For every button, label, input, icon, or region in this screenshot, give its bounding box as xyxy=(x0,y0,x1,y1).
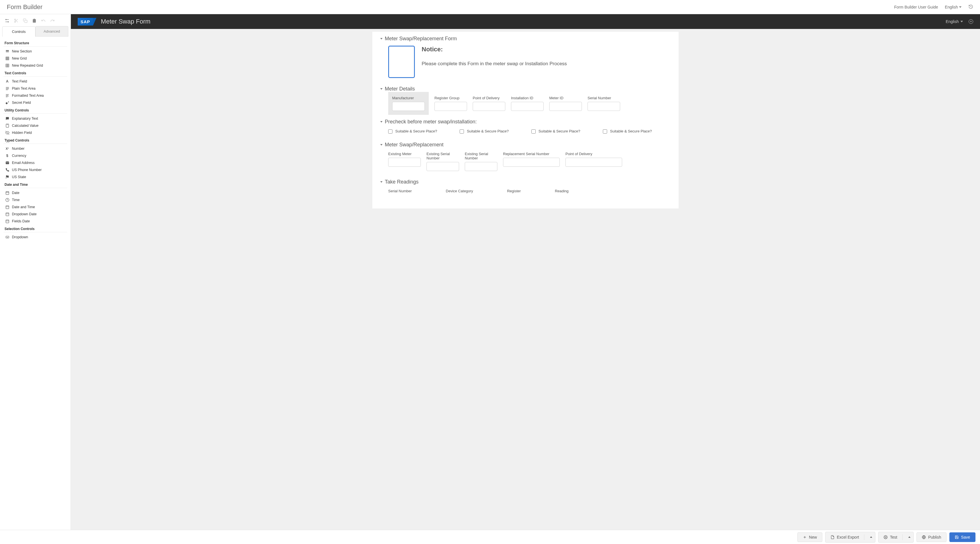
comment-icon xyxy=(5,116,10,121)
fields-row: Existing Meter Existing Serial Number Ex… xyxy=(380,152,671,171)
suitable-secure-checkbox[interactable] xyxy=(388,129,393,134)
field-label: Meter ID xyxy=(549,96,582,100)
sidebar-tabs: Controls Advanced xyxy=(2,26,68,37)
dropdown-icon xyxy=(5,235,10,239)
collapse-caret-icon[interactable] xyxy=(380,144,383,145)
ctrl-dropdown-date[interactable]: Dropdown Date xyxy=(3,210,67,218)
section-header[interactable]: Meter Details xyxy=(380,86,671,92)
formatted-text-icon xyxy=(5,93,10,97)
field-existing-meter[interactable]: Existing Meter xyxy=(388,152,421,171)
collapse-caret-icon[interactable] xyxy=(380,181,383,183)
field-meter-id[interactable]: Meter ID xyxy=(549,96,582,111)
ctrl-state[interactable]: US State xyxy=(3,173,67,180)
calculator-icon xyxy=(5,123,10,128)
section-meter-details: Meter Details Manufacturer Register Grou… xyxy=(380,82,671,115)
cut-icon[interactable] xyxy=(14,18,19,23)
settings-icon[interactable] xyxy=(5,18,10,23)
ctrl-new-section[interactable]: New Section xyxy=(3,48,67,55)
ctrl-phone[interactable]: US Phone Number xyxy=(3,166,67,173)
ctrl-hidden-field[interactable]: Hidden Field xyxy=(3,129,67,136)
ctrl-secret-field[interactable]: Secret Field xyxy=(3,99,67,106)
suitable-secure-checkbox[interactable] xyxy=(603,129,607,134)
installation-id-input[interactable] xyxy=(511,102,544,111)
ctrl-date-time[interactable]: Date and Time xyxy=(3,204,67,210)
notice-heading: Notice: xyxy=(422,46,567,53)
language-label: English xyxy=(945,5,958,10)
field-reading[interactable]: Reading xyxy=(555,189,568,193)
field-register-group[interactable]: Register Group xyxy=(434,96,467,111)
field-label: Point of Delivery xyxy=(565,152,622,156)
ctrl-explanatory-text[interactable]: Explanatory Text xyxy=(3,115,67,122)
existing-serial-input-2[interactable] xyxy=(465,162,497,171)
field-manufacturer[interactable]: Manufacturer xyxy=(388,92,429,115)
field-replacement-serial[interactable]: Replacement Serial Number xyxy=(503,152,560,171)
ctrl-label: Explanatory Text xyxy=(12,116,38,121)
existing-meter-input[interactable] xyxy=(388,158,421,167)
app-header: Form Builder Form Builder User Guide Eng… xyxy=(0,0,980,14)
field-label: Serial Number xyxy=(587,96,620,100)
manufacturer-input[interactable] xyxy=(392,102,425,111)
field-point-of-delivery-2[interactable]: Point of Delivery xyxy=(565,152,622,171)
notice-image-placeholder[interactable] xyxy=(388,46,415,78)
section-header[interactable]: Meter Swap/Replacement Form xyxy=(380,36,671,42)
field-serial-number-2[interactable]: Serial Number xyxy=(388,189,412,193)
field-serial-number[interactable]: Serial Number xyxy=(587,96,620,111)
history-icon[interactable] xyxy=(968,4,973,10)
ctrl-time[interactable]: Time xyxy=(3,196,67,204)
user-guide-link[interactable]: Form Builder User Guide xyxy=(894,5,938,10)
redo-icon[interactable] xyxy=(50,18,55,23)
section-header[interactable]: Precheck before meter swap/installation: xyxy=(380,119,671,125)
collapse-caret-icon[interactable] xyxy=(380,88,383,90)
ctrl-text-field[interactable]: AText Field xyxy=(3,78,67,85)
ctrl-plain-text-area[interactable]: Plain Text Area xyxy=(3,85,67,92)
check-label: Suitable & Secure Place? xyxy=(467,129,508,134)
ctrl-currency[interactable]: $Currency xyxy=(3,152,67,159)
group-date-time: Date and Time xyxy=(3,180,67,188)
ctrl-dropdown[interactable]: Dropdown xyxy=(3,234,67,240)
ctrl-date[interactable]: Date xyxy=(3,189,67,196)
field-installation-id[interactable]: Installation ID xyxy=(511,96,544,111)
section-title: Meter Swap/Replacement xyxy=(385,142,444,148)
existing-serial-input[interactable] xyxy=(426,162,459,171)
copy-icon[interactable] xyxy=(23,18,28,23)
collapse-caret-icon[interactable] xyxy=(380,38,383,40)
register-group-input[interactable] xyxy=(434,102,467,111)
canvas-language-dropdown[interactable]: English xyxy=(946,19,963,24)
field-existing-serial-1[interactable]: Existing Serial Number xyxy=(426,152,459,171)
point-of-delivery-input-2[interactable] xyxy=(565,158,622,167)
tab-advanced[interactable]: Advanced xyxy=(35,26,68,36)
sidebar: Controls Advanced Form Structure New Sec… xyxy=(0,14,71,530)
section-header[interactable]: Take Readings xyxy=(380,179,671,185)
phone-icon xyxy=(5,168,10,172)
section-header[interactable]: Meter Swap/Replacement xyxy=(380,142,671,148)
suitable-secure-checkbox[interactable] xyxy=(531,129,536,134)
serial-number-input[interactable] xyxy=(587,102,620,111)
ctrl-new-grid[interactable]: New Grid xyxy=(3,55,67,62)
ctrl-label: Dropdown Date xyxy=(12,212,37,216)
ctrl-email[interactable]: Email Address xyxy=(3,159,67,166)
ctrl-formatted-text-area[interactable]: Formatted Text Area xyxy=(3,92,67,99)
ctrl-new-repeated-grid[interactable]: New Repeated Grid xyxy=(3,62,67,69)
field-point-of-delivery[interactable]: Point of Delivery xyxy=(473,96,505,111)
tab-controls[interactable]: Controls xyxy=(2,26,35,37)
ctrl-number[interactable]: X¹Number xyxy=(3,145,67,152)
section-swap-replacement: Meter Swap/Replacement Existing Meter Ex… xyxy=(380,138,671,175)
paste-icon[interactable] xyxy=(32,18,37,23)
point-of-delivery-input[interactable] xyxy=(473,102,505,111)
field-register[interactable]: Register xyxy=(507,189,520,193)
svg-line-6 xyxy=(15,20,16,21)
suitable-secure-checkbox[interactable] xyxy=(460,129,464,134)
field-device-category[interactable]: Device Category xyxy=(446,189,473,193)
replacement-serial-input[interactable] xyxy=(503,158,560,167)
collapse-caret-icon[interactable] xyxy=(380,121,383,122)
language-dropdown[interactable]: English xyxy=(945,5,962,10)
section-meter-swap-form: Meter Swap/Replacement Form Notice: Plea… xyxy=(380,32,671,82)
form-title[interactable]: Meter Swap Form xyxy=(101,18,151,25)
field-existing-serial-2[interactable]: Existing Serial Number xyxy=(465,152,497,171)
ctrl-calculated-value[interactable]: Calculated Value xyxy=(3,122,67,129)
undo-icon[interactable] xyxy=(41,18,46,23)
meter-id-input[interactable] xyxy=(549,102,582,111)
ctrl-label: Time xyxy=(12,198,19,202)
add-icon[interactable]: + xyxy=(969,19,973,24)
ctrl-fields-date[interactable]: Fields Date xyxy=(3,218,67,224)
